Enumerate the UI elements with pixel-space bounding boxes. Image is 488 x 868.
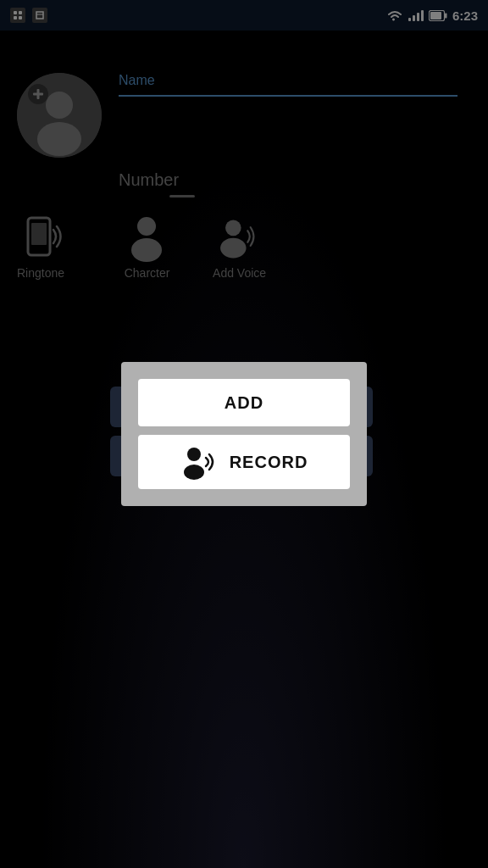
record-button[interactable]: RECORD bbox=[138, 435, 350, 489]
svg-point-19 bbox=[187, 448, 201, 461]
record-icon bbox=[180, 443, 218, 481]
add-button[interactable]: ADD bbox=[138, 379, 350, 426]
svg-point-20 bbox=[184, 465, 204, 480]
modal: ADD RECORD bbox=[121, 362, 367, 506]
